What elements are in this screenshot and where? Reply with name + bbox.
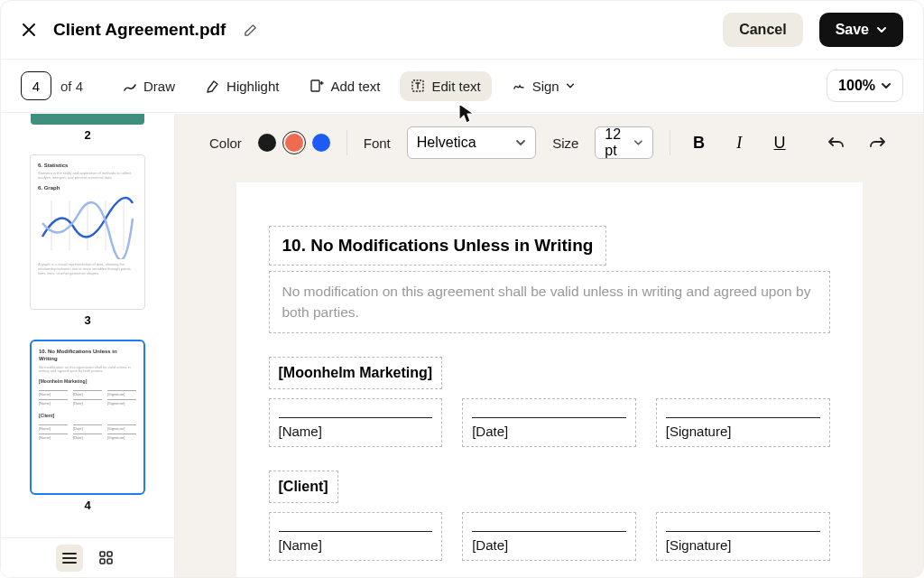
- editable-name-field[interactable]: [Name]: [269, 398, 443, 447]
- draw-tool[interactable]: Draw: [112, 71, 186, 101]
- save-button[interactable]: Save: [819, 13, 903, 47]
- color-label: Color: [209, 135, 242, 151]
- highlight-tool[interactable]: Highlight: [195, 71, 290, 101]
- page-label-4: 4: [28, 499, 147, 512]
- edit-text-icon: [411, 79, 425, 93]
- bold-button[interactable]: B: [687, 129, 711, 156]
- redo-button[interactable]: [864, 129, 889, 156]
- draw-icon: [123, 79, 137, 93]
- thumbnail-page-2-peek[interactable]: [31, 114, 144, 125]
- editable-date-field[interactable]: [Date]: [462, 398, 636, 447]
- size-label: Size: [552, 135, 578, 151]
- document-page[interactable]: 10. No Modifications Unless in Writing N…: [236, 182, 863, 577]
- svg-rect-9: [100, 559, 105, 564]
- svg-rect-8: [107, 552, 112, 556]
- svg-rect-0: [311, 80, 319, 91]
- editable-date-field[interactable]: [Date]: [462, 512, 636, 561]
- add-text-tool[interactable]: Add text: [299, 71, 391, 101]
- thumbnail-page-3[interactable]: 6. Statistics Statistics is the study an…: [30, 154, 145, 310]
- page-count-label: of 4: [60, 79, 83, 94]
- editable-name-field[interactable]: [Name]: [269, 512, 443, 561]
- font-select[interactable]: Helvetica: [407, 126, 536, 159]
- underline-button[interactable]: U: [768, 129, 792, 156]
- chart-thumbnail: [38, 196, 137, 259]
- font-label: Font: [364, 135, 391, 151]
- size-select[interactable]: 12 pt: [595, 126, 653, 159]
- close-icon[interactable]: [21, 22, 37, 38]
- chevron-down-icon: [881, 80, 892, 91]
- zoom-select[interactable]: 100%: [827, 70, 903, 102]
- svg-rect-7: [100, 552, 105, 556]
- color-swatch-orange[interactable]: [285, 134, 303, 152]
- rename-icon[interactable]: [242, 22, 258, 38]
- page-number-input[interactable]: [21, 71, 51, 100]
- page-label-3: 3: [28, 313, 147, 327]
- svg-rect-10: [107, 559, 112, 564]
- undo-button[interactable]: [824, 129, 848, 156]
- divider: [346, 130, 347, 155]
- sign-icon: [512, 79, 526, 93]
- cancel-button[interactable]: Cancel: [723, 13, 802, 47]
- document-title: Client Agreement.pdf: [53, 20, 226, 40]
- chevron-down-icon: [876, 24, 887, 35]
- thumbnail-page-4[interactable]: 10. No Modifications Unless in Writing N…: [30, 340, 145, 495]
- editable-signature-field[interactable]: [Signature]: [656, 512, 830, 561]
- edit-text-tool[interactable]: Edit text: [400, 71, 491, 101]
- editable-party-2[interactable]: [Client]: [269, 471, 338, 503]
- view-list-button[interactable]: [56, 545, 83, 572]
- chevron-down-icon: [515, 137, 526, 148]
- editable-heading[interactable]: 10. No Modifications Unless in Writing: [269, 226, 607, 266]
- editable-party-1[interactable]: [Moonhelm Marketing]: [269, 357, 443, 389]
- color-swatch-black[interactable]: [258, 134, 276, 152]
- save-label: Save: [836, 22, 869, 38]
- italic-button[interactable]: I: [727, 129, 752, 156]
- editable-signature-field[interactable]: [Signature]: [656, 398, 830, 447]
- add-text-icon: [310, 79, 324, 93]
- view-grid-button[interactable]: [92, 545, 119, 572]
- editable-paragraph[interactable]: No modification on this agreement shall …: [269, 271, 830, 333]
- page-label-2: 2: [28, 128, 147, 142]
- sign-tool[interactable]: Sign: [501, 71, 586, 101]
- chevron-down-icon: [566, 81, 575, 90]
- highlight-icon: [206, 79, 220, 93]
- chevron-down-icon: [633, 137, 643, 148]
- divider: [670, 130, 670, 155]
- color-swatch-blue[interactable]: [312, 134, 330, 152]
